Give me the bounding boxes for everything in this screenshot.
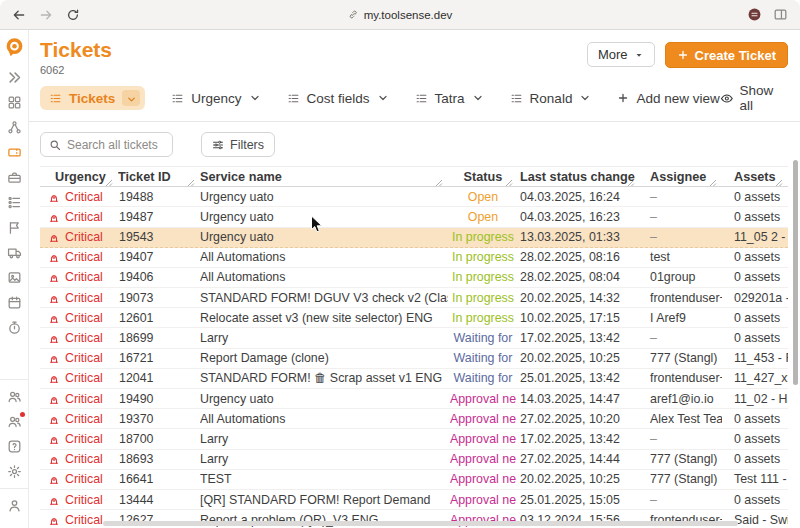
view-tab-tatra[interactable]: Tatra <box>415 91 484 106</box>
urgency-label: Critical <box>65 351 103 365</box>
sidebar-item-help[interactable] <box>7 439 22 454</box>
sidebar-item-toolbox[interactable] <box>7 170 22 185</box>
chevron-down-icon[interactable] <box>122 90 140 106</box>
column-header-assignee[interactable]: Assignee <box>640 167 722 186</box>
cell-ticket-id: 19370 <box>118 412 200 426</box>
sidebar-item-tickets[interactable] <box>7 145 22 160</box>
table-row[interactable]: Critical19490Urgency uatoApproval ne14.0… <box>40 389 788 409</box>
view-tab-urgency[interactable]: Urgency <box>171 91 260 106</box>
cell-status: Waiting for <box>448 351 518 365</box>
gear-icon <box>7 464 22 479</box>
view-tab-tickets[interactable]: Tickets <box>40 86 145 110</box>
table-row[interactable]: Critical16721Report Damage (clone)Waitin… <box>40 349 788 369</box>
table-row[interactable]: Critical18693LarryApproval ne27.02.2025,… <box>40 450 788 470</box>
sidebar-item-timers[interactable] <box>7 320 22 335</box>
urgency-label: Critical <box>65 472 103 486</box>
back-button[interactable] <box>12 8 26 22</box>
siren-icon <box>48 191 60 203</box>
cell-assignee: – <box>640 230 722 244</box>
column-resize-grip[interactable] <box>187 176 195 184</box>
sidebar-item-dashboard[interactable] <box>7 95 22 110</box>
chevron-down-icon <box>472 92 484 104</box>
list-icon <box>287 92 300 105</box>
sidebar-item-flags[interactable] <box>7 220 22 235</box>
table-row[interactable]: Critical19370All AutomationsApproval ne2… <box>40 409 788 429</box>
table-row[interactable]: Critical19073STANDARD FORM! DGUV V3 chec… <box>40 288 788 308</box>
column-header-status[interactable]: Status <box>448 167 518 186</box>
cell-last-status-change: 04.03.2025, 16:24 <box>518 190 640 204</box>
column-header-service-name[interactable]: Service name <box>200 167 448 186</box>
cell-urgency: Critical <box>40 230 118 244</box>
search-input[interactable] <box>67 138 164 152</box>
search-box[interactable] <box>40 132 173 157</box>
cell-urgency: Critical <box>40 311 118 325</box>
cell-status: Open <box>448 210 518 224</box>
column-resize-grip[interactable] <box>709 176 717 184</box>
reload-button[interactable] <box>66 8 80 22</box>
show-all-button[interactable]: Show all <box>720 83 786 113</box>
table-row[interactable]: Critical18699LarryWaiting for17.02.2025,… <box>40 328 788 348</box>
create-ticket-button[interactable]: Create Ticket <box>665 42 788 68</box>
more-button[interactable]: More <box>587 42 655 67</box>
show-all-label: Show all <box>739 83 786 113</box>
link-icon <box>348 9 359 20</box>
vertical-scrollbar[interactable] <box>793 160 798 385</box>
cell-service-name: Relocate asset v3 (new site selector) EN… <box>200 311 448 325</box>
column-resize-grip[interactable] <box>505 176 513 184</box>
sidebar-item-media[interactable] <box>7 270 22 285</box>
stopwatch-icon <box>7 320 22 335</box>
siren-icon <box>48 271 60 283</box>
column-header-assets[interactable]: Assets <box>722 167 788 186</box>
toolsense-logo[interactable] <box>4 37 25 58</box>
column-resize-grip[interactable] <box>435 176 443 184</box>
table-row[interactable]: Critical19543Urgency uatoIn progress13.0… <box>40 228 788 248</box>
filters-button[interactable]: Filters <box>201 132 275 157</box>
sidebar-item-contacts[interactable] <box>7 414 22 429</box>
table-row[interactable]: Critical19406All AutomationsIn progress2… <box>40 268 788 288</box>
cell-assets: Test 111 - 11 <box>722 472 788 486</box>
help-icon <box>7 439 22 454</box>
table-row[interactable]: Critical12601Relocate asset v3 (new site… <box>40 308 788 328</box>
column-resize-grip[interactable] <box>775 176 783 184</box>
horizontal-scrollbar[interactable] <box>103 521 738 526</box>
view-tab-label: Urgency <box>191 91 241 106</box>
urgency-label: Critical <box>65 210 103 224</box>
cell-status: In progress <box>448 270 518 284</box>
sidebar-top-group <box>0 65 28 340</box>
page-title-block: Tickets 6062 <box>40 38 112 76</box>
main-content: Tickets 6062 More Create Ticket TicketsU… <box>29 30 800 528</box>
table-row[interactable]: Critical18700LarryApproval ne17.02.2025,… <box>40 429 788 449</box>
column-header-urgency[interactable]: Urgency <box>40 167 118 186</box>
sidebar-item-calendar[interactable] <box>7 295 22 310</box>
table-row[interactable]: Critical12041STANDARD FORM! 🗑 Scrap asse… <box>40 369 788 389</box>
cell-assignee: frontenduser+ <box>640 291 722 305</box>
sidebar-item-profile[interactable] <box>7 498 22 513</box>
browser-profile-icon[interactable] <box>747 7 762 22</box>
sidebar-item-tasks[interactable] <box>7 195 22 210</box>
cell-last-status-change: 17.02.2025, 13:42 <box>518 331 640 345</box>
list-icon <box>171 92 184 105</box>
calendar-icon <box>7 295 22 310</box>
column-resize-grip[interactable] <box>627 176 635 184</box>
column-header-last-status-change[interactable]: Last status change <box>518 167 640 186</box>
cell-last-status-change: 27.02.2025, 10:20 <box>518 412 640 426</box>
view-tab-cost-fields[interactable]: Cost fields <box>287 91 389 106</box>
table-row[interactable]: Critical13444[QR] STANDARD FORM! Report … <box>40 490 788 510</box>
table-row[interactable]: Critical19487Urgency uatoOpen04.03.2025,… <box>40 207 788 227</box>
column-header-ticket-id[interactable]: Ticket ID <box>118 167 200 186</box>
forward-button[interactable] <box>39 8 53 22</box>
table-row[interactable]: Critical16641TESTApproval ne20.02.2025, … <box>40 470 788 490</box>
table-row[interactable]: Critical19488Urgency uatoOpen04.03.2025,… <box>40 187 788 207</box>
column-resize-grip[interactable] <box>105 176 113 184</box>
add-new-view-button[interactable]: Add new view <box>617 91 719 106</box>
table-row[interactable]: Critical19407All AutomationsIn progress2… <box>40 248 788 268</box>
cell-service-name: STANDARD FORM! DGUV V3 check v2 (Classic… <box>200 291 448 305</box>
sidebar-item-fleet[interactable] <box>7 245 22 260</box>
view-tab-ronald[interactable]: Ronald <box>510 91 592 106</box>
sidebar-item-collapse[interactable] <box>7 70 22 85</box>
sidebar-toggle-icon[interactable] <box>773 7 788 22</box>
sidebar-item-teams[interactable] <box>7 389 22 404</box>
sidebar-item-settings[interactable] <box>7 464 22 479</box>
sidebar-item-sitemap[interactable] <box>7 120 22 135</box>
url-field[interactable]: my.toolsense.dev <box>348 9 453 21</box>
